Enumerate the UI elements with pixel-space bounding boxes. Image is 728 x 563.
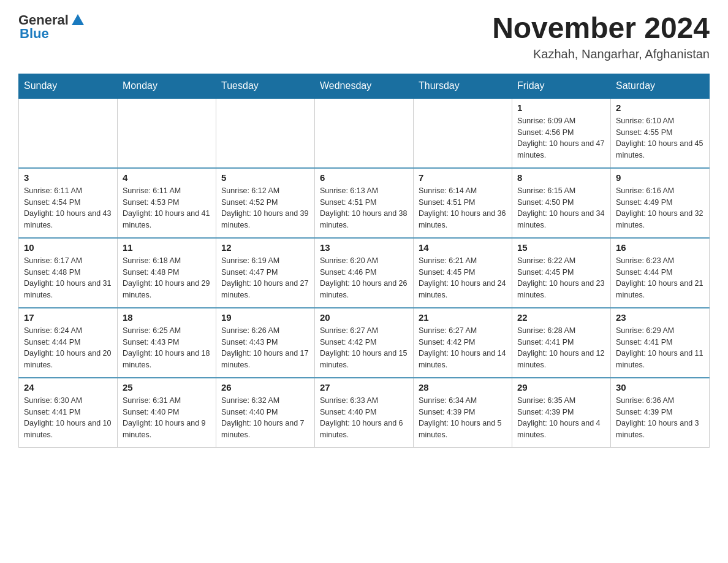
day-number: 5 — [221, 172, 309, 183]
day-info: Sunrise: 6:26 AMSunset: 4:43 PMDaylight:… — [221, 325, 309, 371]
day-number: 14 — [419, 242, 507, 253]
day-number: 16 — [616, 242, 704, 253]
page-header: General Blue November 2024 Kazhah, Nanga… — [18, 12, 710, 61]
calendar-cell: 10Sunrise: 6:17 AMSunset: 4:48 PMDayligh… — [19, 238, 118, 308]
calendar-header-row: SundayMondayTuesdayWednesdayThursdayFrid… — [19, 74, 710, 98]
calendar-cell: 19Sunrise: 6:26 AMSunset: 4:43 PMDayligh… — [216, 308, 315, 378]
calendar-cell: 3Sunrise: 6:11 AMSunset: 4:54 PMDaylight… — [19, 168, 118, 238]
day-number: 20 — [320, 312, 408, 323]
day-info: Sunrise: 6:18 AMSunset: 4:48 PMDaylight:… — [123, 255, 211, 301]
calendar-cell: 15Sunrise: 6:22 AMSunset: 4:45 PMDayligh… — [512, 238, 611, 308]
logo-triangle-icon — [72, 14, 84, 25]
day-number: 21 — [419, 312, 507, 323]
calendar-cell: 27Sunrise: 6:33 AMSunset: 4:40 PMDayligh… — [315, 378, 414, 448]
day-number: 4 — [123, 172, 211, 183]
day-info: Sunrise: 6:34 AMSunset: 4:39 PMDaylight:… — [419, 395, 507, 441]
day-info: Sunrise: 6:13 AMSunset: 4:51 PMDaylight:… — [320, 185, 408, 231]
day-info: Sunrise: 6:27 AMSunset: 4:42 PMDaylight:… — [419, 325, 507, 371]
day-info: Sunrise: 6:36 AMSunset: 4:39 PMDaylight:… — [616, 395, 704, 441]
calendar-cell: 24Sunrise: 6:30 AMSunset: 4:41 PMDayligh… — [19, 378, 118, 448]
calendar-cell: 26Sunrise: 6:32 AMSunset: 4:40 PMDayligh… — [216, 378, 315, 448]
calendar-cell: 6Sunrise: 6:13 AMSunset: 4:51 PMDaylight… — [315, 168, 414, 238]
calendar-cell: 2Sunrise: 6:10 AMSunset: 4:55 PMDaylight… — [611, 98, 710, 168]
day-number: 26 — [221, 382, 309, 393]
calendar-cell: 25Sunrise: 6:31 AMSunset: 4:40 PMDayligh… — [118, 378, 216, 448]
day-info: Sunrise: 6:20 AMSunset: 4:46 PMDaylight:… — [320, 255, 408, 301]
day-info: Sunrise: 6:09 AMSunset: 4:56 PMDaylight:… — [517, 115, 605, 161]
calendar-cell: 29Sunrise: 6:35 AMSunset: 4:39 PMDayligh… — [512, 378, 611, 448]
day-number: 2 — [616, 102, 704, 113]
calendar-cell: 20Sunrise: 6:27 AMSunset: 4:42 PMDayligh… — [315, 308, 414, 378]
calendar-cell: 17Sunrise: 6:24 AMSunset: 4:44 PMDayligh… — [19, 308, 118, 378]
day-number: 6 — [320, 172, 408, 183]
calendar-cell: 8Sunrise: 6:15 AMSunset: 4:50 PMDaylight… — [512, 168, 611, 238]
day-info: Sunrise: 6:11 AMSunset: 4:54 PMDaylight:… — [24, 185, 112, 231]
day-info: Sunrise: 6:22 AMSunset: 4:45 PMDaylight:… — [517, 255, 605, 301]
calendar-cell: 9Sunrise: 6:16 AMSunset: 4:49 PMDaylight… — [611, 168, 710, 238]
weekday-header-saturday: Saturday — [611, 74, 710, 98]
day-number: 9 — [616, 172, 704, 183]
calendar-cell: 30Sunrise: 6:36 AMSunset: 4:39 PMDayligh… — [611, 378, 710, 448]
day-number: 13 — [320, 242, 408, 253]
calendar-week-row: 10Sunrise: 6:17 AMSunset: 4:48 PMDayligh… — [19, 238, 710, 308]
weekday-header-tuesday: Tuesday — [216, 74, 315, 98]
calendar-cell — [118, 98, 216, 168]
day-info: Sunrise: 6:33 AMSunset: 4:40 PMDaylight:… — [320, 395, 408, 441]
day-number: 23 — [616, 312, 704, 323]
day-number: 7 — [419, 172, 507, 183]
day-number: 12 — [221, 242, 309, 253]
day-info: Sunrise: 6:32 AMSunset: 4:40 PMDaylight:… — [221, 395, 309, 441]
day-number: 18 — [123, 312, 211, 323]
weekday-header-sunday: Sunday — [19, 74, 118, 98]
day-info: Sunrise: 6:17 AMSunset: 4:48 PMDaylight:… — [24, 255, 112, 301]
calendar-cell: 7Sunrise: 6:14 AMSunset: 4:51 PMDaylight… — [414, 168, 512, 238]
calendar-week-row: 1Sunrise: 6:09 AMSunset: 4:56 PMDaylight… — [19, 98, 710, 168]
calendar-cell: 28Sunrise: 6:34 AMSunset: 4:39 PMDayligh… — [414, 378, 512, 448]
weekday-header-friday: Friday — [512, 74, 611, 98]
calendar-table: SundayMondayTuesdayWednesdayThursdayFrid… — [18, 74, 710, 448]
day-info: Sunrise: 6:14 AMSunset: 4:51 PMDaylight:… — [419, 185, 507, 231]
calendar-week-row: 3Sunrise: 6:11 AMSunset: 4:54 PMDaylight… — [19, 168, 710, 238]
day-info: Sunrise: 6:31 AMSunset: 4:40 PMDaylight:… — [123, 395, 211, 441]
logo-blue-text: Blue — [18, 26, 49, 42]
day-number: 11 — [123, 242, 211, 253]
day-number: 27 — [320, 382, 408, 393]
day-number: 8 — [517, 172, 605, 183]
day-number: 22 — [517, 312, 605, 323]
day-info: Sunrise: 6:11 AMSunset: 4:53 PMDaylight:… — [123, 185, 211, 231]
calendar-cell: 11Sunrise: 6:18 AMSunset: 4:48 PMDayligh… — [118, 238, 216, 308]
calendar-cell: 13Sunrise: 6:20 AMSunset: 4:46 PMDayligh… — [315, 238, 414, 308]
day-number: 19 — [221, 312, 309, 323]
location-subtitle: Kazhah, Nangarhar, Afghanistan — [492, 47, 710, 61]
day-info: Sunrise: 6:28 AMSunset: 4:41 PMDaylight:… — [517, 325, 605, 371]
day-number: 3 — [24, 172, 112, 183]
day-number: 25 — [123, 382, 211, 393]
calendar-cell — [315, 98, 414, 168]
day-number: 15 — [517, 242, 605, 253]
calendar-cell: 18Sunrise: 6:25 AMSunset: 4:43 PMDayligh… — [118, 308, 216, 378]
day-number: 1 — [517, 102, 605, 113]
day-info: Sunrise: 6:12 AMSunset: 4:52 PMDaylight:… — [221, 185, 309, 231]
day-number: 30 — [616, 382, 704, 393]
day-info: Sunrise: 6:29 AMSunset: 4:41 PMDaylight:… — [616, 325, 704, 371]
calendar-cell: 23Sunrise: 6:29 AMSunset: 4:41 PMDayligh… — [611, 308, 710, 378]
calendar-cell — [414, 98, 512, 168]
calendar-cell — [216, 98, 315, 168]
calendar-cell: 1Sunrise: 6:09 AMSunset: 4:56 PMDaylight… — [512, 98, 611, 168]
day-info: Sunrise: 6:21 AMSunset: 4:45 PMDaylight:… — [419, 255, 507, 301]
calendar-week-row: 17Sunrise: 6:24 AMSunset: 4:44 PMDayligh… — [19, 308, 710, 378]
weekday-header-thursday: Thursday — [414, 74, 512, 98]
day-info: Sunrise: 6:19 AMSunset: 4:47 PMDaylight:… — [221, 255, 309, 301]
calendar-week-row: 24Sunrise: 6:30 AMSunset: 4:41 PMDayligh… — [19, 378, 710, 448]
calendar-cell: 21Sunrise: 6:27 AMSunset: 4:42 PMDayligh… — [414, 308, 512, 378]
day-info: Sunrise: 6:10 AMSunset: 4:55 PMDaylight:… — [616, 115, 704, 161]
calendar-cell: 5Sunrise: 6:12 AMSunset: 4:52 PMDaylight… — [216, 168, 315, 238]
day-info: Sunrise: 6:16 AMSunset: 4:49 PMDaylight:… — [616, 185, 704, 231]
calendar-cell: 22Sunrise: 6:28 AMSunset: 4:41 PMDayligh… — [512, 308, 611, 378]
day-info: Sunrise: 6:27 AMSunset: 4:42 PMDaylight:… — [320, 325, 408, 371]
day-info: Sunrise: 6:24 AMSunset: 4:44 PMDaylight:… — [24, 325, 112, 371]
day-info: Sunrise: 6:30 AMSunset: 4:41 PMDaylight:… — [24, 395, 112, 441]
day-number: 24 — [24, 382, 112, 393]
day-number: 10 — [24, 242, 112, 253]
month-year-title: November 2024 — [492, 12, 710, 45]
